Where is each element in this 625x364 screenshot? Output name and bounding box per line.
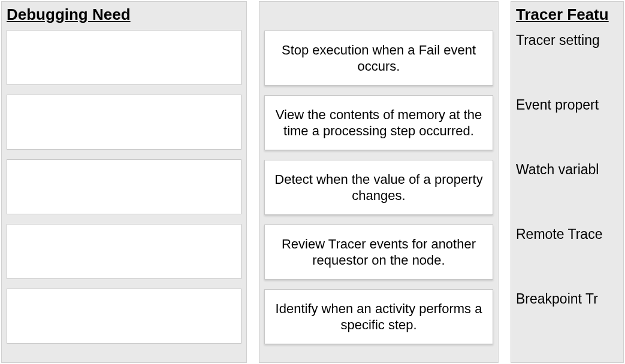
tracer-feature-column: Tracer Featu Tracer setting Event proper… (511, 1, 624, 363)
feature-label: Remote Trace (516, 224, 618, 279)
drag-card[interactable]: Identify when an activity performs a spe… (264, 289, 493, 344)
drop-slot[interactable] (7, 289, 241, 344)
drag-card[interactable]: Stop execution when a Fail event occurs. (264, 31, 493, 86)
draggable-cards-column: Stop execution when a Fail event occurs.… (259, 1, 499, 363)
feature-label: Event propert (516, 95, 618, 150)
feature-label: Tracer setting (516, 30, 618, 85)
debugging-need-header: Debugging Need (7, 5, 241, 24)
drop-slot[interactable] (7, 224, 241, 279)
debugging-need-column: Debugging Need (1, 1, 247, 363)
drag-card[interactable]: Detect when the value of a property chan… (264, 160, 493, 215)
feature-label: Breakpoint Tr (516, 289, 618, 344)
matching-exercise-container: Debugging Need Stop execution when a Fai… (0, 0, 625, 364)
drop-slot[interactable] (7, 159, 241, 214)
drag-card[interactable]: Review Tracer events for another request… (264, 225, 493, 280)
feature-label: Watch variabl (516, 159, 618, 214)
drop-slot[interactable] (7, 30, 241, 85)
tracer-feature-header: Tracer Featu (516, 5, 618, 24)
drag-card[interactable]: View the contents of memory at the time … (264, 95, 493, 150)
drop-slot[interactable] (7, 95, 241, 150)
